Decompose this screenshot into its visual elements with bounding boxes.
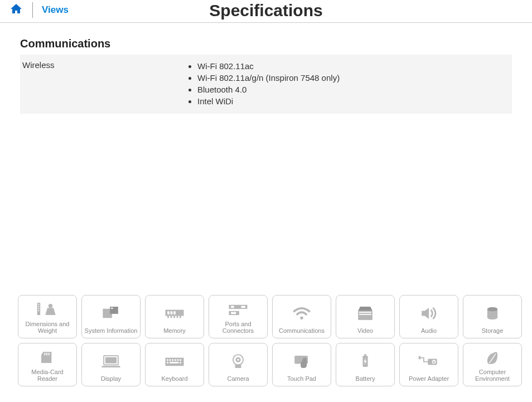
nav-label: Storage [482, 327, 504, 335]
nav-label: Memory [163, 327, 186, 335]
nav-tile-memory[interactable]: Memory [145, 295, 204, 338]
home-button[interactable] [0, 2, 32, 18]
nav-label: Battery [356, 375, 375, 382]
nav-tile-storage[interactable]: Storage [463, 295, 522, 338]
spec-row-wireless: Wireless Wi-Fi 802.11ac Wi-Fi 802.11a/g/… [20, 55, 512, 114]
svg-rect-36 [167, 359, 168, 361]
svg-rect-15 [167, 311, 170, 314]
svg-rect-35 [166, 357, 184, 366]
svg-rect-51 [364, 354, 366, 356]
svg-rect-48 [235, 365, 241, 368]
nav-grid: Dimensions and Weight System Information… [18, 295, 523, 391]
svg-point-28 [487, 307, 497, 311]
svg-rect-25 [359, 312, 371, 313]
camera-icon [211, 347, 265, 375]
header-divider [32, 2, 33, 18]
svg-rect-16 [171, 311, 173, 314]
display-icon [84, 347, 138, 375]
leaf-icon [466, 347, 519, 369]
nav-tile-dimensions-weight[interactable]: Dimensions and Weight [18, 295, 77, 338]
svg-rect-1 [38, 304, 40, 305]
svg-rect-13 [177, 316, 178, 318]
nav-tile-audio[interactable]: Audio [399, 295, 458, 338]
nav-tile-communications[interactable]: Communications [272, 295, 331, 338]
sd-card-icon [21, 347, 74, 369]
svg-rect-3 [38, 308, 40, 309]
nav-label: Camera [227, 375, 249, 382]
svg-point-23 [300, 316, 303, 319]
nav-tile-battery[interactable]: Battery [336, 343, 395, 386]
svg-rect-14 [180, 316, 181, 318]
svg-rect-29 [45, 353, 46, 356]
nav-label: Communications [279, 327, 325, 335]
nav-tile-system-information[interactable]: System Information [81, 295, 141, 338]
wifi-icon [275, 299, 328, 327]
nav-label: Dimensions and Weight [21, 321, 74, 335]
battery-icon [338, 347, 392, 375]
nav-label: System Information [85, 327, 138, 335]
header-bar: Views Specifications [0, 0, 532, 23]
section-title: Communications [20, 37, 512, 50]
nav-label: Ports and Connectors [211, 321, 265, 335]
content-area: Communications Wireless Wi-Fi 802.11ac W… [0, 23, 532, 114]
touchpad-icon [275, 347, 328, 375]
power-adapter-icon [402, 347, 456, 375]
ports-icon [211, 299, 265, 321]
svg-rect-26 [359, 314, 371, 315]
spec-value-item: Wi-Fi 802.11a/g/n (Inspiron 7548 only) [197, 72, 340, 84]
nav-tile-camera[interactable]: Camera [209, 343, 268, 386]
svg-rect-38 [172, 359, 173, 361]
svg-rect-8 [111, 308, 113, 309]
nav-tile-media-card-reader[interactable]: Media-Card Reader [18, 343, 77, 386]
svg-rect-10 [167, 316, 169, 318]
svg-rect-37 [170, 359, 171, 361]
page-title: Specifications [0, 1, 532, 20]
spec-values: Wi-Fi 802.11ac Wi-Fi 802.11a/g/n (Inspir… [187, 60, 340, 107]
nav-tile-ports-connectors[interactable]: Ports and Connectors [209, 295, 268, 338]
nav-tile-keyboard[interactable]: Keyboard [145, 343, 204, 386]
nav-tile-computer-environment[interactable]: Computer Environment [463, 343, 522, 386]
nav-tile-power-adapter[interactable]: Power Adapter [399, 343, 458, 386]
spec-value-item: Bluetooth 4.0 [197, 84, 340, 95]
keyboard-icon [148, 347, 201, 375]
nav-label: Audio [421, 327, 437, 335]
svg-rect-42 [167, 362, 168, 364]
nav-label: Media-Card Reader [21, 369, 74, 382]
storage-icon [466, 299, 519, 327]
views-link[interactable]: Views [42, 4, 69, 16]
svg-rect-33 [105, 357, 117, 363]
nav-label: Computer Environment [466, 369, 519, 382]
svg-rect-21 [241, 306, 245, 308]
nav-tile-display[interactable]: Display [81, 343, 141, 386]
svg-rect-44 [180, 362, 181, 364]
svg-rect-17 [173, 311, 176, 314]
spec-value-item: Wi-Fi 802.11ac [197, 60, 340, 72]
memory-icon [148, 299, 201, 327]
video-icon [338, 299, 392, 327]
nav-label: Touch Pad [287, 375, 316, 382]
svg-rect-2 [38, 306, 40, 307]
svg-rect-40 [177, 359, 179, 361]
svg-rect-43 [170, 362, 179, 364]
svg-rect-55 [419, 356, 421, 360]
spec-value-item: Intel WiDi [197, 95, 340, 107]
svg-point-47 [237, 359, 239, 361]
svg-point-5 [49, 304, 52, 308]
svg-rect-30 [46, 353, 47, 356]
nav-tile-touch-pad[interactable]: Touch Pad [272, 343, 331, 386]
nav-tile-video[interactable]: Video [336, 295, 395, 338]
svg-rect-31 [49, 353, 50, 356]
home-icon [9, 2, 23, 16]
ruler-weight-icon [21, 299, 74, 321]
nav-row-2: Media-Card Reader Display Keyboard Camer… [18, 343, 523, 386]
svg-rect-11 [171, 316, 172, 318]
svg-rect-4 [38, 310, 40, 311]
svg-rect-39 [175, 359, 176, 361]
svg-rect-20 [231, 306, 234, 308]
spec-label: Wireless [20, 60, 187, 107]
svg-rect-34 [102, 366, 120, 367]
svg-rect-41 [180, 359, 181, 361]
system-info-icon [84, 299, 138, 327]
svg-rect-22 [231, 312, 236, 314]
nav-row-1: Dimensions and Weight System Information… [18, 295, 523, 338]
